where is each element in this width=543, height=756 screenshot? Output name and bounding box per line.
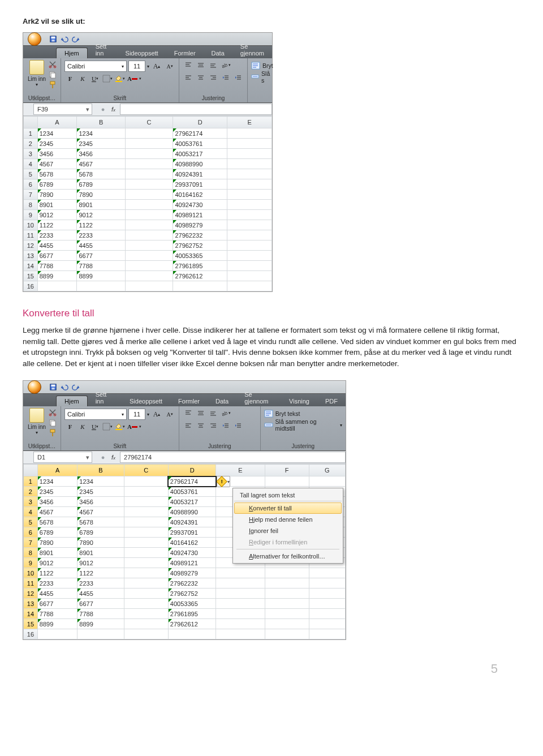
cell[interactable] [124,548,168,558]
font-name-combo[interactable]: Calibri▾ [64,409,127,420]
format-painter-icon[interactable] [48,80,57,88]
row-header[interactable]: 8 [24,548,38,558]
cell[interactable]: 40988990 [168,507,216,517]
row-header[interactable]: 13 [24,251,38,261]
cell[interactable]: 4455 [37,589,77,599]
column-header[interactable]: F [265,465,309,476]
cell[interactable] [124,507,168,517]
row-header[interactable]: 14 [24,261,38,271]
cell[interactable]: 27962174 [173,128,227,139]
row-header[interactable]: 5 [24,517,38,527]
cell[interactable]: 8899 [77,271,125,281]
border-button[interactable]: ▾ [102,421,113,432]
cell[interactable]: 8901 [37,200,77,210]
grow-font-icon[interactable]: A▴ [151,409,162,420]
row-header[interactable]: 6 [24,527,38,538]
cell[interactable] [124,487,168,497]
cell[interactable] [227,169,272,179]
cell[interactable]: 3456 [37,149,77,159]
row-header[interactable]: 13 [24,599,38,609]
cut-icon[interactable] [48,60,57,68]
cell[interactable]: 8901 [37,548,77,558]
format-painter-icon[interactable] [48,428,57,436]
row-header[interactable]: 2 [24,139,38,149]
align-bottom-icon[interactable] [208,60,219,70]
cell[interactable]: 7890 [77,190,125,200]
cell[interactable] [216,568,265,578]
italic-button[interactable]: K [77,73,88,84]
cell[interactable]: 6677 [37,599,77,609]
name-box[interactable]: F39▾ [33,104,92,115]
wrap-text-button[interactable]: Bryt tekst [264,408,342,419]
name-box[interactable]: D1▾ [33,452,92,463]
cell[interactable]: 40989121 [173,210,227,220]
cell[interactable] [227,271,272,281]
align-left-icon[interactable] [183,420,194,431]
worksheet-grid[interactable]: ABCDEFG112341234279621742234523454005376… [23,464,346,639]
column-header[interactable]: D [173,117,227,128]
cell[interactable]: 2233 [37,230,77,240]
row-header[interactable]: 12 [24,589,38,599]
cell[interactable]: 29937091 [173,179,227,190]
font-color-button[interactable]: A [127,421,138,432]
cell[interactable]: 40924391 [173,169,227,179]
row-header[interactable]: 10 [24,568,38,578]
cell[interactable]: 40053761 [168,487,216,497]
cell[interactable]: 9012 [37,210,77,220]
column-header[interactable]: A [37,117,77,128]
cell[interactable]: 1122 [37,568,77,578]
ribbon-tab-formler[interactable]: Formler [166,48,204,58]
cell[interactable]: 5678 [77,169,125,179]
cell[interactable] [124,578,168,589]
cell[interactable]: 2345 [77,487,124,497]
cell[interactable]: 40053217 [168,497,216,507]
cell[interactable]: 5678 [37,517,77,527]
office-button[interactable] [23,33,46,45]
cell[interactable]: 40164162 [173,190,227,200]
cell[interactable]: 27962232 [173,230,227,240]
row-header[interactable]: 7 [24,190,38,200]
cell[interactable]: 7788 [77,609,124,619]
redo-icon[interactable] [72,35,80,43]
ribbon-tab-data[interactable]: Data [208,396,236,406]
ribbon-tab-visning[interactable]: Visning [281,396,317,406]
cell[interactable] [124,568,168,578]
cell[interactable] [227,128,272,139]
cell[interactable] [227,230,272,240]
cell[interactable] [216,629,265,639]
cell[interactable]: 4567 [77,507,124,517]
cell[interactable]: 1234 [37,476,77,487]
cell[interactable]: 7788 [37,609,77,619]
increase-indent-icon[interactable] [232,72,244,83]
row-header[interactable]: 5 [24,169,38,179]
cell[interactable] [227,139,272,149]
cell[interactable] [309,568,345,578]
cell[interactable] [125,251,173,261]
cell[interactable] [227,220,272,230]
row-header[interactable]: 16 [24,281,38,291]
cell[interactable] [265,619,309,629]
row-header[interactable]: 6 [24,179,38,190]
cell[interactable]: 40053217 [173,149,227,159]
fill-color-button[interactable]: ▾ [114,73,126,84]
ribbon-tab-hjem[interactable]: Hjem [56,396,88,406]
copy-icon[interactable] [48,418,57,426]
fill-color-button[interactable]: ▾ [114,421,126,432]
row-header[interactable]: 3 [24,497,38,507]
cell[interactable]: 40988990 [173,159,227,169]
cell[interactable]: 2345 [77,139,125,149]
cell[interactable]: 8901 [77,548,124,558]
cell[interactable] [37,629,77,639]
cell[interactable] [265,568,309,578]
underline-button[interactable]: U▾ [89,421,101,432]
cancel-icon[interactable]: ● [99,106,107,113]
cell[interactable] [125,220,173,230]
italic-button[interactable]: K [77,421,88,432]
cell[interactable]: 4455 [77,240,125,251]
cell[interactable] [125,200,173,210]
cell[interactable]: 2233 [37,578,77,589]
cell[interactable] [227,200,272,210]
cell[interactable] [124,629,168,639]
cell[interactable] [309,619,345,629]
cell[interactable] [124,558,168,568]
